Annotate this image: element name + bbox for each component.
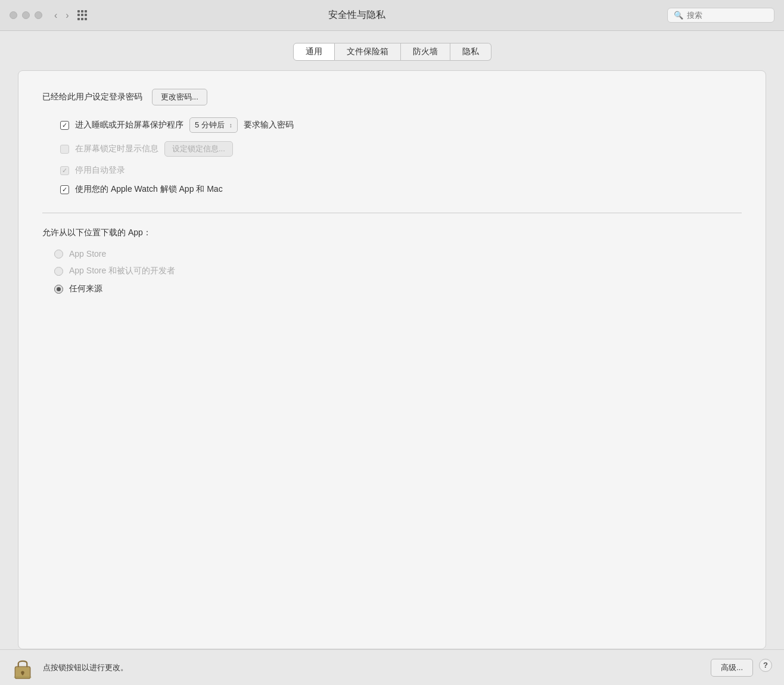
tab-privacy[interactable]: 隐私 [450, 43, 491, 61]
apple-watch-checkbox[interactable] [60, 185, 69, 194]
bottom-buttons: 高级... ? [711, 659, 772, 677]
radio-group: App Store App Store 和被认可的开发者 任何来源 [54, 249, 742, 294]
download-title: 允许从以下位置下载的 App： [42, 228, 742, 238]
tab-firewall[interactable]: 防火墙 [401, 43, 450, 61]
radio-app-store-label: App Store [69, 249, 106, 259]
advanced-button[interactable]: 高级... [711, 659, 753, 677]
change-password-button[interactable]: 更改密码... [152, 89, 207, 105]
sleep-dropdown-value: 5 分钟后 [195, 120, 225, 130]
sleep-dropdown[interactable]: 5 分钟后 ↕ [189, 117, 238, 133]
apple-watch-label: 使用您的 Apple Watch 解锁 App 和 Mac [75, 184, 223, 195]
bottom-bar: 点按锁按钮以进行更改。 高级... ? [0, 649, 784, 685]
options-section: 进入睡眠或开始屏幕保护程序 5 分钟后 ↕ 要求输入密码 在屏幕锁定时显示信息 … [60, 117, 742, 195]
dropdown-arrow-icon: ↕ [229, 122, 232, 129]
tab-general[interactable]: 通用 [293, 43, 335, 61]
lock-screen-label: 在屏幕锁定时显示信息 [75, 144, 158, 154]
sleep-checkbox[interactable] [60, 121, 69, 130]
set-lock-button: 设定锁定信息... [164, 141, 233, 157]
lock-icon[interactable] [12, 656, 33, 680]
traffic-lights [10, 11, 42, 19]
radio-app-store-dev-row: App Store 和被认可的开发者 [54, 266, 742, 276]
download-section: 允许从以下位置下载的 App： App Store App Store 和被认可… [42, 228, 742, 294]
password-label: 已经给此用户设定登录密码 [42, 92, 142, 102]
main-content: 通用 文件保险箱 防火墙 隐私 已经给此用户设定登录密码 更改密码... 进入睡… [0, 31, 784, 649]
search-input[interactable] [687, 11, 768, 20]
radio-app-store-dev-label: App Store 和被认可的开发者 [69, 266, 175, 276]
tab-filevault[interactable]: 文件保险箱 [335, 43, 401, 61]
sleep-option-row: 进入睡眠或开始屏幕保护程序 5 分钟后 ↕ 要求输入密码 [60, 117, 742, 133]
titlebar: ‹ › 安全性与隐私 🔍 [0, 0, 784, 31]
auto-login-option-row: 停用自动登录 [60, 165, 742, 176]
window-title: 安全性与隐私 [46, 9, 667, 21]
settings-panel: 已经给此用户设定登录密码 更改密码... 进入睡眠或开始屏幕保护程序 5 分钟后… [18, 70, 766, 649]
password-row: 已经给此用户设定登录密码 更改密码... [42, 89, 742, 105]
divider [42, 213, 742, 213]
radio-anywhere-row: 任何来源 [54, 284, 742, 294]
auto-login-checkbox[interactable] [60, 166, 69, 175]
maximize-button[interactable] [35, 11, 42, 19]
close-button[interactable] [10, 11, 17, 19]
radio-anywhere-label: 任何来源 [69, 284, 102, 294]
sleep-label: 进入睡眠或开始屏幕保护程序 [75, 120, 183, 130]
apple-watch-option-row: 使用您的 Apple Watch 解锁 App 和 Mac [60, 184, 742, 195]
radio-anywhere[interactable] [54, 285, 63, 294]
tab-bar: 通用 文件保险箱 防火墙 隐私 [18, 43, 766, 61]
sleep-after-label: 要求输入密码 [244, 120, 294, 130]
lock-screen-checkbox[interactable] [60, 145, 69, 154]
svg-rect-2 [22, 672, 24, 675]
lock-screen-option-row: 在屏幕锁定时显示信息 设定锁定信息... [60, 141, 742, 157]
svg-rect-3 [14, 676, 31, 678]
search-icon: 🔍 [674, 11, 683, 20]
search-box[interactable]: 🔍 [667, 8, 774, 23]
minimize-button[interactable] [22, 11, 30, 19]
lock-status-text: 点按锁按钮以进行更改。 [43, 662, 701, 673]
radio-app-store[interactable] [54, 250, 63, 259]
help-button[interactable]: ? [759, 659, 772, 672]
radio-app-store-dev[interactable] [54, 267, 63, 276]
auto-login-label: 停用自动登录 [75, 165, 125, 176]
radio-app-store-row: App Store [54, 249, 742, 259]
